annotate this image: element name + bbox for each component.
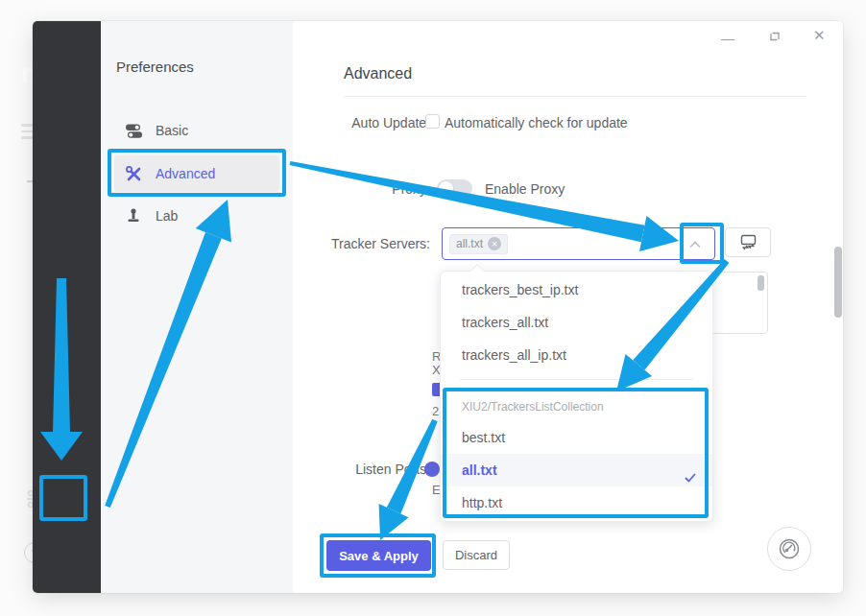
- title-divider: [344, 96, 806, 97]
- dropdown-group-label: XIU2/TrackersListCollection: [441, 398, 712, 415]
- dropdown-option[interactable]: trackers_all.txt: [441, 306, 712, 339]
- tools-icon: [124, 164, 143, 183]
- tag-remove-icon[interactable]: ✕: [488, 237, 501, 250]
- app-sidebar: [33, 21, 101, 593]
- listen-ports-label: Listen Ports:: [326, 462, 430, 477]
- tracker-dropdown: trackers_best_ip.txt trackers_all.txt tr…: [440, 271, 713, 522]
- speed-limit-fab[interactable]: [767, 527, 811, 571]
- nav-label: Basic: [156, 123, 188, 138]
- chevron-up-icon[interactable]: [688, 238, 702, 255]
- selected-tag: all.txt ✕: [449, 234, 508, 254]
- nav-item-basic[interactable]: Basic: [114, 112, 279, 149]
- lab-icon: [124, 206, 143, 225]
- minimize-button[interactable]: —: [721, 31, 734, 46]
- discard-button[interactable]: Discard: [443, 540, 510, 570]
- textarea-scrollbar-thumb[interactable]: [758, 275, 764, 291]
- proxy-toggle[interactable]: [437, 179, 472, 198]
- nav-label: Advanced: [156, 166, 215, 181]
- sync-screen-icon: [739, 234, 758, 250]
- speedometer-icon: [777, 536, 802, 561]
- tracker-servers-select[interactable]: all.txt ✕: [442, 227, 715, 260]
- dropdown-option[interactable]: trackers_best_ip.txt: [441, 273, 712, 306]
- page-title: Advanced: [344, 65, 412, 83]
- nav-item-lab[interactable]: Lab: [114, 198, 279, 234]
- nav-label: Lab: [156, 208, 178, 224]
- tracker-servers-label: Tracker Servers:: [288, 236, 430, 251]
- toggles-icon: [124, 121, 143, 140]
- tag-label: all.txt: [456, 237, 483, 250]
- dropdown-option[interactable]: best.txt: [441, 421, 712, 454]
- dropdown-divider: [460, 379, 693, 380]
- toggle-knob: [439, 181, 453, 196]
- restore-button[interactable]: [768, 30, 782, 47]
- proxy-label: Proxy:: [288, 181, 430, 197]
- dropdown-option[interactable]: http.txt: [441, 486, 712, 519]
- restore-icon: [768, 30, 782, 43]
- preferences-title: Preferences: [116, 59, 194, 75]
- auto-update-label: Auto Update:: [288, 115, 430, 130]
- auto-update-checkbox-label[interactable]: Automatically check for update: [445, 115, 628, 130]
- proxy-toggle-label: Enable Proxy: [485, 181, 565, 197]
- dropdown-option-selected[interactable]: all.txt: [441, 454, 712, 486]
- sync-trackers-button[interactable]: [725, 227, 771, 257]
- save-apply-button[interactable]: Save & Apply: [326, 540, 431, 571]
- preferences-panel: [101, 21, 293, 593]
- scrollbar-thumb[interactable]: [834, 247, 842, 318]
- auto-update-checkbox[interactable]: [425, 114, 440, 129]
- dropdown-option[interactable]: trackers_all_ip.txt: [441, 339, 712, 371]
- close-button[interactable]: ✕: [813, 27, 826, 44]
- nav-item-advanced[interactable]: Advanced: [114, 155, 279, 192]
